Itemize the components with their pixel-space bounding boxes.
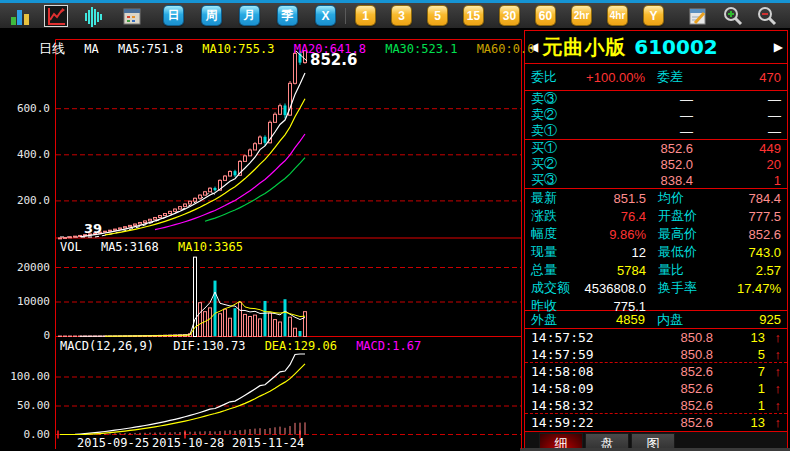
volume-axis-label: 20000 [0,261,50,274]
tick-list: 14:57:52850.813↑14:57:59850.85↑14:58:088… [525,329,787,432]
quote-label: 幅度 [531,225,581,243]
vol-ma10-value: MA10:3365 [178,240,243,254]
tick-volume: 13 [713,415,765,430]
minute-button-15[interactable]: 15 [464,6,483,25]
quote-row: 现量12最低价743.0 [525,243,787,261]
next-stock-arrow-icon[interactable]: ▶ [774,40,783,54]
macd-value: MACD:1.67 [356,339,421,353]
buy-volume: 20 [693,157,781,172]
buy-price: 838.4 [575,173,693,188]
macd-axis-label: 100.00 [0,370,50,383]
vol-ma5-value: MA5:3168 [101,240,159,254]
zoom-out-icon[interactable] [755,5,779,27]
quote-value: 777.5 [716,209,781,224]
waipan-label: 外盘 [531,311,575,329]
neipan-label: 内盘 [645,311,711,329]
notes-icon[interactable] [685,5,709,27]
inout-row: 外盘 4859 内盘 925 [525,311,787,329]
quote-panel: ◀ 元曲小版 610002 ▶ 委比 +100.00% 委差 470 卖③——卖… [524,30,788,448]
price-pane-header: 日线 MA MA5:751.8 MA10:755.3 MA20:641.8 MA… [39,40,546,58]
sell-order-row[interactable]: 卖③—— [525,91,787,107]
tick-volume: 13 [713,330,765,345]
buy-order-row[interactable]: 买③838.41 [525,172,787,188]
minute-button-30[interactable]: 30 [500,6,519,25]
sell-volume: — [693,108,781,123]
weicha-value: 470 [711,70,781,85]
volume-axis-label: 10000 [0,295,50,308]
buy-level-label: 买③ [531,171,575,189]
kline-chart-icon[interactable] [44,5,68,27]
tick-price: 850.8 [603,330,713,345]
buy-price: 852.0 [575,157,693,172]
macd-axis-label: 50.00 [0,399,50,412]
tick-direction-icon: ↑ [765,330,781,345]
waveform-icon[interactable] [82,5,106,27]
date-label: 2015-10-28 [152,436,224,450]
tick-time: 14:58:09 [531,381,603,396]
peak-price-annotation: 852.6 [310,51,357,69]
tick-time: 14:58:32 [531,398,603,413]
sell-price: — [575,92,693,107]
zoom-in-icon[interactable] [721,5,745,27]
quote-label: 量比 [646,261,716,279]
tick-row: 14:58:08852.67↑ [525,363,787,380]
quote-summary: 最新851.5均价784.4涨跌76.4开盘价777.5幅度9.86%最高价85… [525,189,787,311]
tick-volume: 1 [713,398,765,413]
period-button-日[interactable]: 日 [164,6,183,25]
tick-price: 850.8 [603,347,713,362]
period-button-周[interactable]: 周 [202,6,221,25]
price-axis-label: 400.0 [0,148,50,161]
minute-button-Y[interactable]: Y [644,6,663,25]
minute-button-5[interactable]: 5 [428,6,447,25]
period-label: 日线 [39,41,65,56]
period-button-X[interactable]: X [316,6,335,25]
waipan-value: 4859 [575,312,645,327]
bar-chart-icon[interactable] [8,5,32,27]
minute-button-60[interactable]: 60 [536,6,555,25]
tick-row: 14:58:32852.61↑ [525,397,787,414]
buy-order-row[interactable]: 买②852.020 [525,156,787,172]
minute-button-group: 1351530602hr4hrY [356,6,663,25]
sell-price: — [575,124,693,139]
tick-row: 14:57:52850.813↑ [525,329,787,346]
date-label: 2015-11-24 [232,436,304,450]
price-axis-label: 200.0 [0,194,50,207]
buy-volume: 449 [693,141,781,156]
ma60-value: MA60:0.0 [477,42,535,56]
quote-value: 76.4 [581,209,646,224]
minute-button-4hr[interactable]: 4hr [608,6,627,25]
date-label: 2015-09-25 [77,436,149,450]
neipan-value: 925 [711,312,781,327]
tick-direction-icon: ↑ [765,364,781,379]
stock-name: 元曲小版 [542,34,626,61]
sell-price: — [575,108,693,123]
period-button-季[interactable]: 季 [278,6,297,25]
quote-row: 幅度9.86%最高价852.6 [525,225,787,243]
minute-button-2hr[interactable]: 2hr [572,6,591,25]
tick-volume: 1 [713,381,765,396]
minute-button-1[interactable]: 1 [356,6,375,25]
quote-value: 17.47% [716,281,781,296]
quote-value: 9.86% [581,227,646,242]
tick-direction-icon: ↑ [765,398,781,413]
volume-pane-header: VOL MA5:3168 MA10:3365 [60,240,255,254]
dea-value: DEA:129.06 [265,339,337,353]
ma10-value: MA10:755.3 [202,42,274,56]
weibi-label: 委比 [531,68,575,86]
tick-price: 852.6 [603,398,713,413]
quote-value: 851.5 [581,191,646,206]
tick-row: 14:57:59850.85↑ [525,346,787,363]
stock-header: ◀ 元曲小版 610002 ▶ [525,31,787,64]
buy-order-row[interactable]: 买①852.6449 [525,140,787,156]
calendar-icon[interactable] [120,5,144,27]
quote-value: 743.0 [716,245,781,260]
tick-direction-icon: ↑ [765,347,781,362]
quote-label: 现量 [531,243,581,261]
period-button-月[interactable]: 月 [240,6,259,25]
quote-label: 最高价 [646,225,716,243]
sell-order-row[interactable]: 卖②—— [525,107,787,123]
sell-order-row[interactable]: 卖①—— [525,123,787,139]
minute-button-3[interactable]: 3 [392,6,411,25]
quote-row: 最新851.5均价784.4 [525,189,787,207]
quote-value: 2.57 [716,263,781,278]
